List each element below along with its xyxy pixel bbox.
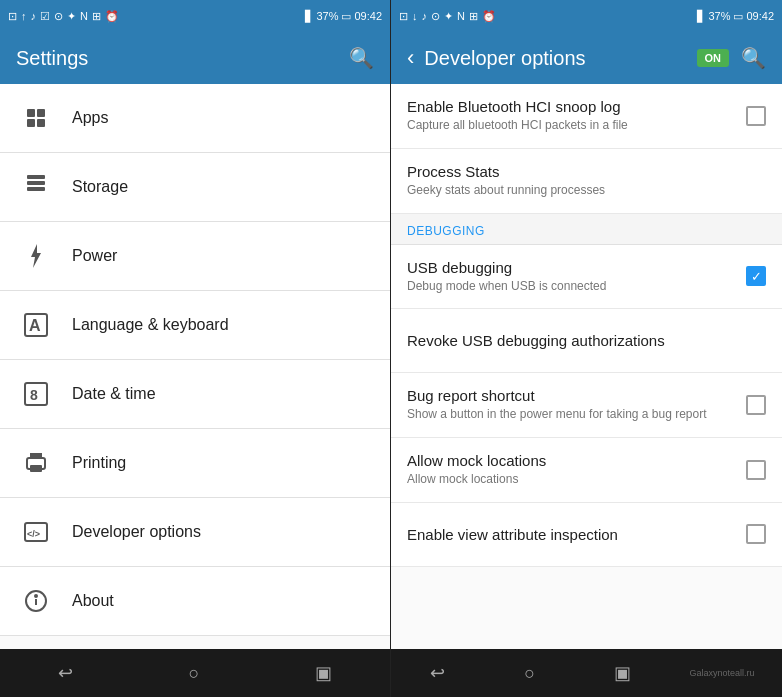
mock-locations-content: Allow mock locations Allow mock location…	[407, 452, 734, 488]
svg-marker-3	[31, 244, 41, 268]
signal-icon: ▋	[305, 10, 313, 23]
usb-debugging-content: USB debugging Debug mode when USB is con…	[407, 259, 734, 295]
status-icon-2: ↑	[21, 10, 27, 22]
status-icon-r6: N	[457, 10, 465, 22]
process-stats-item[interactable]: Process Stats Geeky stats about running …	[391, 149, 782, 214]
storage-label: Storage	[72, 178, 128, 196]
view-attribute-title: Enable view attribute inspection	[407, 526, 734, 543]
view-attribute-content: Enable view attribute inspection	[407, 526, 734, 543]
language-icon: A	[16, 305, 56, 345]
svg-point-15	[35, 595, 37, 597]
status-icons-right: ⊡ ↓ ♪ ⊙ ✦ N ⊞ ⏰	[399, 10, 496, 23]
revoke-usb-content: Revoke USB debugging authorizations	[407, 332, 766, 349]
settings-item-datetime[interactable]: 8 Date & time	[0, 360, 390, 429]
battery-level-right: 37%	[708, 10, 730, 22]
status-icon-r5: ✦	[444, 10, 453, 23]
mock-locations-item[interactable]: Allow mock locations Allow mock location…	[391, 438, 782, 503]
watermark: Galaxynoteall.ru	[690, 668, 763, 678]
datetime-icon: 8	[16, 374, 56, 414]
status-icon-r4: ⊙	[431, 10, 440, 23]
recent-button[interactable]: ▣	[295, 654, 352, 692]
status-icon-r2: ↓	[412, 10, 418, 22]
back-button-right[interactable]: ↩	[410, 654, 465, 692]
status-info-left: ▋ 37% ▭ 09:42	[305, 10, 382, 23]
status-icon-9: ⏰	[105, 10, 119, 23]
developer-label: Developer options	[72, 523, 201, 541]
recent-button-right[interactable]: ▣	[594, 654, 651, 692]
home-button-right[interactable]: ○	[504, 655, 555, 692]
bluetooth-hci-item[interactable]: Enable Bluetooth HCI snoop log Capture a…	[391, 84, 782, 149]
power-label: Power	[72, 247, 117, 265]
svg-rect-9	[30, 465, 42, 472]
bluetooth-hci-checkbox[interactable]	[746, 106, 766, 126]
revoke-usb-item[interactable]: Revoke USB debugging authorizations	[391, 309, 782, 373]
time-right: 09:42	[746, 10, 774, 22]
revoke-usb-title: Revoke USB debugging authorizations	[407, 332, 766, 349]
bluetooth-hci-subtitle: Capture all bluetooth HCI packets in a f…	[407, 117, 734, 134]
svg-text:</>: </>	[27, 529, 40, 539]
status-icon-r7: ⊞	[469, 10, 478, 23]
debugging-label: DEBUGGING	[407, 224, 485, 238]
bug-report-checkbox[interactable]	[746, 395, 766, 415]
developer-toggle[interactable]: ON	[697, 49, 730, 67]
view-attribute-item[interactable]: Enable view attribute inspection	[391, 503, 782, 567]
view-attribute-checkbox[interactable]	[746, 524, 766, 544]
about-icon	[16, 581, 56, 621]
status-icon-r8: ⏰	[482, 10, 496, 23]
status-icon-8: ⊞	[92, 10, 101, 23]
battery-icon-right: ▭	[733, 10, 743, 23]
svg-rect-0	[27, 175, 45, 179]
about-label: About	[72, 592, 114, 610]
battery-level: 37%	[316, 10, 338, 22]
home-button[interactable]: ○	[169, 655, 220, 692]
developer-title: Developer options	[424, 47, 696, 70]
status-icon-7: N	[80, 10, 88, 22]
settings-item-developer[interactable]: </> Developer options	[0, 498, 390, 567]
apps-label: Apps	[72, 109, 108, 127]
mock-locations-checkbox[interactable]	[746, 460, 766, 480]
settings-item-about[interactable]: About	[0, 567, 390, 636]
bug-report-subtitle: Show a button in the power menu for taki…	[407, 406, 734, 423]
nav-bar-left: ↩ ○ ▣	[0, 649, 390, 697]
status-icon-4: ☑	[40, 10, 50, 23]
settings-item-storage[interactable]: Storage	[0, 153, 390, 222]
printing-label: Printing	[72, 454, 126, 472]
settings-title: Settings	[16, 47, 349, 70]
svg-rect-2	[27, 187, 45, 191]
svg-text:8: 8	[30, 387, 38, 403]
bug-report-title: Bug report shortcut	[407, 387, 734, 404]
developer-icon: </>	[16, 512, 56, 552]
back-arrow-icon[interactable]: ‹	[407, 45, 414, 71]
settings-item-language[interactable]: A Language & keyboard	[0, 291, 390, 360]
status-icon-r3: ♪	[422, 10, 428, 22]
status-icon-1: ⊡	[8, 10, 17, 23]
svg-rect-1	[27, 181, 45, 185]
apps-icon	[16, 98, 56, 138]
usb-debugging-checkbox[interactable]	[746, 266, 766, 286]
process-stats-subtitle: Geeky stats about running processes	[407, 182, 766, 199]
back-button[interactable]: ↩	[38, 654, 93, 692]
status-info-right: ▋ 37% ▭ 09:42	[697, 10, 774, 23]
bug-report-item[interactable]: Bug report shortcut Show a button in the…	[391, 373, 782, 438]
debugging-section-header: DEBUGGING	[391, 214, 782, 245]
developer-options-panel: ⊡ ↓ ♪ ⊙ ✦ N ⊞ ⏰ ▋ 37% ▭ 09:42 ‹ Develope…	[391, 0, 782, 697]
search-icon[interactable]: 🔍	[349, 46, 374, 70]
usb-debugging-item[interactable]: USB debugging Debug mode when USB is con…	[391, 245, 782, 310]
settings-header: Settings 🔍	[0, 32, 390, 84]
settings-panel: ⊡ ↑ ♪ ☑ ⊙ ✦ N ⊞ ⏰ ▋ 37% ▭ 09:42 Settings…	[0, 0, 391, 697]
settings-item-power[interactable]: Power	[0, 222, 390, 291]
developer-options-list: Enable Bluetooth HCI snoop log Capture a…	[391, 84, 782, 649]
status-icon-5: ⊙	[54, 10, 63, 23]
bluetooth-hci-title: Enable Bluetooth HCI snoop log	[407, 98, 734, 115]
datetime-label: Date & time	[72, 385, 156, 403]
settings-item-printing[interactable]: Printing	[0, 429, 390, 498]
status-icons-left: ⊡ ↑ ♪ ☑ ⊙ ✦ N ⊞ ⏰	[8, 10, 119, 23]
settings-list: Apps Storage Power	[0, 84, 390, 649]
printing-icon	[16, 443, 56, 483]
search-icon-right[interactable]: 🔍	[741, 46, 766, 70]
bug-report-content: Bug report shortcut Show a button in the…	[407, 387, 734, 423]
status-bar-right: ⊡ ↓ ♪ ⊙ ✦ N ⊞ ⏰ ▋ 37% ▭ 09:42	[391, 0, 782, 32]
mock-locations-subtitle: Allow mock locations	[407, 471, 734, 488]
settings-item-apps[interactable]: Apps	[0, 84, 390, 153]
status-icon-6: ✦	[67, 10, 76, 23]
